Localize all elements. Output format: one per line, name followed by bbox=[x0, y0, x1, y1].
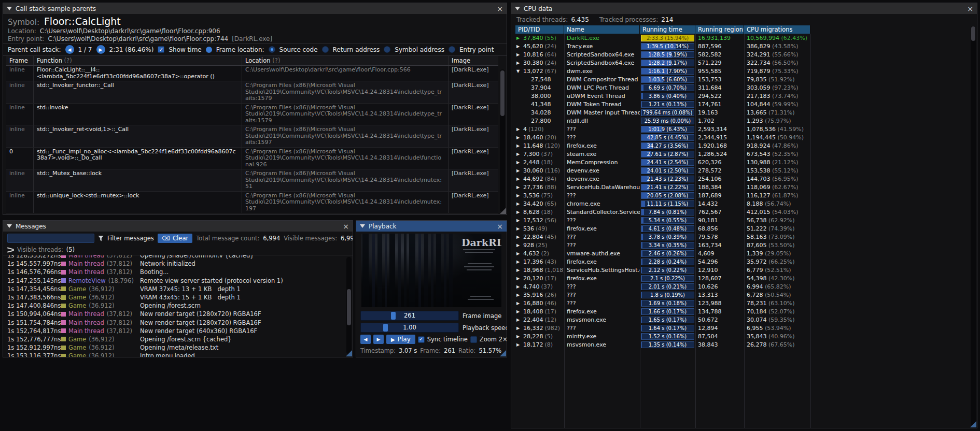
radio-symbol-address[interactable] bbox=[384, 46, 390, 53]
cpu-titlebar[interactable]: CPU data × bbox=[511, 3, 977, 14]
next-callstack-button[interactable]: ▶ bbox=[96, 45, 105, 54]
expand-arrow-icon[interactable]: ▶ bbox=[516, 135, 522, 140]
expand-arrow-icon[interactable]: ▶ bbox=[516, 193, 522, 198]
expand-arrow-icon[interactable]: ▶ bbox=[516, 293, 522, 297]
collapse-arrow-icon[interactable] bbox=[515, 7, 520, 10]
cpu-row[interactable]: ▶18,172(8)msvsmon.exe1.35 s (0.14%)38,84… bbox=[515, 340, 977, 349]
message-filter-input[interactable] bbox=[7, 234, 94, 243]
cpu-row[interactable]: ▶536(49)firefox.exe4.61 s (0.48%)68,8565… bbox=[515, 224, 977, 233]
prev-callstack-button[interactable]: ◀ bbox=[65, 45, 74, 54]
cpu-row[interactable]: ▶17,532(56)???5.34 s (0.55%)90,18156,738… bbox=[515, 216, 977, 224]
cpu-scrollbar-thumb[interactable] bbox=[971, 26, 975, 41]
cpu-row[interactable]: 41,348DWM Token Thread1.21 s (0.13%)174,… bbox=[515, 100, 977, 108]
expand-arrow-icon[interactable]: ▶ bbox=[516, 185, 522, 190]
close-icon[interactable]: × bbox=[497, 223, 503, 230]
message-row[interactable]: 1s 145,557,997nsMain thread(37,812)Netwo… bbox=[3, 260, 353, 268]
close-icon[interactable]: × bbox=[497, 5, 503, 12]
sync-timeline-checkbox[interactable] bbox=[418, 336, 425, 343]
expand-arrow-icon[interactable]: ▶ bbox=[516, 44, 522, 49]
callstack-row[interactable]: 0std::_Func_impl_no_alloc<<lambda_5bc224… bbox=[6, 148, 498, 170]
callstack-titlebar[interactable]: Call stack sample parents × bbox=[3, 3, 507, 14]
expand-arrow-icon[interactable]: ▶ bbox=[516, 301, 522, 306]
visible-threads-row[interactable]: Visible threads: (5) bbox=[3, 245, 353, 255]
radio-return-address[interactable] bbox=[322, 46, 329, 53]
radio-symbol-address-label[interactable]: Symbol address bbox=[395, 46, 444, 53]
cpu-row[interactable]: ▶35,916(26)???1.8 s (0.19%)13,3136,728 (… bbox=[515, 291, 977, 299]
column-header-pid-tid[interactable]: PID/TID bbox=[515, 25, 564, 34]
cpu-row[interactable]: 27,548DWM Compositor Thread1:03.5 (6.60%… bbox=[515, 75, 977, 83]
message-row[interactable]: 1s 152,912,997nsGame(36,912)Opening /met… bbox=[3, 343, 353, 352]
cpu-row[interactable]: ▶37,840(55)DarkRL.exe2:33.3 (15.94%)16,9… bbox=[515, 34, 977, 42]
expand-arrow-icon[interactable]: ▶ bbox=[516, 318, 522, 322]
cpu-row[interactable]: 27,800ntdll.dll25.93 ms (0.00%)1,7021,29… bbox=[515, 117, 977, 125]
message-row[interactable]: 1s 147,354,456nsGame(36,912)VRAM 37x45: … bbox=[3, 285, 353, 293]
cpu-row[interactable]: ▶4,740(37)???2.01 s (0.21%)10,6266,994 (… bbox=[515, 282, 977, 291]
messages-scrollbar-thumb[interactable] bbox=[347, 289, 351, 325]
playback-titlebar[interactable]: Playback × bbox=[356, 221, 507, 232]
radio-source-code-label[interactable]: Source code bbox=[279, 46, 318, 53]
message-row[interactable]: 1s 151,754,784nsMain thread(37,812)New r… bbox=[3, 319, 353, 327]
cpu-row[interactable]: ▶30,060(116)devenv.exe24.01 s (2.50%)278… bbox=[515, 166, 977, 175]
column-header-image[interactable]: Image bbox=[448, 56, 498, 65]
radio-return-address-label[interactable]: Return address bbox=[333, 46, 380, 53]
column-header-location[interactable]: Location (?) bbox=[242, 56, 448, 65]
playback-speed-slider[interactable]: 1.00 bbox=[360, 323, 459, 333]
radio-source-code[interactable] bbox=[269, 46, 275, 53]
column-header-running-regions[interactable]: Running regions bbox=[695, 25, 744, 34]
cpu-row[interactable]: ▶20,120(17)firefox.exe2.1 s (0.22%)128,6… bbox=[515, 274, 977, 282]
cpu-row[interactable]: ▶18,408(17)firefox.exe1.66 s (0.17%)134,… bbox=[515, 307, 977, 315]
zoom-2x-checkbox[interactable] bbox=[470, 336, 477, 343]
callstack-scrollbar-thumb[interactable] bbox=[500, 70, 505, 116]
cpu-row[interactable]: ▶7,300(37)steam.exe27.61 s (2.87%)1,286,… bbox=[515, 150, 977, 158]
cpu-row[interactable]: ▶11,648(120)firefox.exe34.27 s (3.56%)1,… bbox=[515, 141, 977, 150]
expand-arrow-icon[interactable]: ▶ bbox=[516, 226, 522, 231]
resize-grip[interactable] bbox=[500, 350, 506, 356]
cpu-row[interactable]: ▶45,620(24)Tracy.exe1:39.5 (10.34%)887,5… bbox=[515, 42, 977, 50]
cpu-row[interactable]: ▶27,736(88)ServiceHub.DataWarehouse21.41… bbox=[515, 183, 977, 191]
resize-grip[interactable] bbox=[500, 208, 506, 214]
expand-arrow-icon[interactable]: ▶ bbox=[516, 309, 522, 314]
expand-arrow-icon[interactable]: ▶ bbox=[516, 251, 522, 256]
show-time-checkbox[interactable] bbox=[158, 46, 164, 53]
message-row[interactable]: 1s 128,335,272nsMain thread(37,812)Openi… bbox=[3, 255, 353, 260]
message-row[interactable]: 1s 150,994,064nsMain thread(37,812)New r… bbox=[3, 310, 353, 318]
prev-frame-button[interactable]: ◀ bbox=[360, 335, 371, 344]
cpu-row[interactable]: ▶30,380(24)ScriptedSandbox64.exe1:28.2 (… bbox=[515, 59, 977, 67]
cpu-row[interactable]: 37,904DWM LPC Port Thread6.69 s (0.70%)3… bbox=[515, 83, 977, 92]
expand-arrow-icon[interactable]: ▶ bbox=[516, 326, 522, 331]
message-row[interactable]: 1s 147,383,566nsGame(36,912)VRAM 43x45: … bbox=[3, 293, 353, 301]
cpu-row[interactable]: ▶28,228(5)mintty.exe1.52 s (0.16%)87,504… bbox=[515, 332, 977, 340]
expand-arrow-icon[interactable]: ▶ bbox=[516, 276, 522, 281]
cpu-row[interactable]: ▶22,404(12)msvsmon.exe1.65 s (0.17%)50,6… bbox=[515, 315, 977, 324]
column-header-cpu-migrations[interactable]: CPU migrations bbox=[744, 25, 810, 34]
expand-arrow-icon[interactable]: ▶ bbox=[516, 127, 522, 132]
expand-arrow-icon[interactable]: ▶ bbox=[516, 260, 522, 264]
message-row[interactable]: 1s 147,400,846nsGame(36,912)Opening /for… bbox=[3, 301, 353, 310]
callstack-scrollbar[interactable] bbox=[500, 69, 505, 212]
expand-arrow-icon[interactable]: ▶ bbox=[516, 52, 522, 57]
resize-grip[interactable] bbox=[346, 350, 352, 356]
callstack-row[interactable]: inlinestd::_Invoker_functor::_CallC:\Pro… bbox=[6, 81, 498, 104]
expand-arrow-icon[interactable]: ▶ bbox=[516, 36, 522, 40]
cpu-row[interactable]: ▶44,692(84)devenv.exe21.43 s (2.23%)254,… bbox=[515, 175, 977, 183]
expand-arrow-icon[interactable]: ▶ bbox=[516, 334, 522, 339]
cpu-row[interactable]: 34,028DWM Master Input Thread799.64 ms (… bbox=[515, 108, 977, 117]
cpu-row[interactable]: ▶18,968(1,018)ServiceHub.SettingsHost.ex… bbox=[515, 266, 977, 274]
expand-arrow-icon[interactable]: ▶ bbox=[516, 177, 522, 181]
column-header-name[interactable]: Name bbox=[564, 25, 640, 34]
expand-arrow-icon[interactable]: ▼ bbox=[516, 69, 522, 74]
cpu-row[interactable]: 38,000uDWM Event Thread3.86 s (0.40%)294… bbox=[515, 92, 977, 100]
cpu-row[interactable]: ▶34,420(65)chrome.exe11.11 s (1.15%)14,4… bbox=[515, 199, 977, 208]
cpu-row[interactable]: ▶10,816(64)ScriptedSandbox64.exe1:28.5 (… bbox=[515, 50, 977, 59]
close-icon[interactable]: × bbox=[343, 223, 349, 230]
expand-arrow-icon[interactable]: ▶ bbox=[516, 218, 522, 223]
cpu-scrollbar[interactable] bbox=[971, 26, 976, 426]
radio-entry-point[interactable] bbox=[449, 46, 455, 53]
cpu-row[interactable]: ▶4,632(2)vmware-authd.exe2.46 s (0.26%)4… bbox=[515, 249, 977, 257]
next-frame-button[interactable]: ▶ bbox=[373, 335, 384, 344]
message-row[interactable]: 1s 152,764,817nsMain thread(37,812)New r… bbox=[3, 327, 353, 335]
column-header-running-time[interactable]: Running time bbox=[640, 25, 695, 34]
cpu-row[interactable]: ▶928(25)???3.34 s (0.35%)163,73487,605 (… bbox=[515, 241, 977, 249]
expand-arrow-icon[interactable]: ▶ bbox=[516, 143, 522, 148]
message-row[interactable]: 1s 146,576,766nsMain thread(37,812)Booti… bbox=[3, 268, 353, 276]
